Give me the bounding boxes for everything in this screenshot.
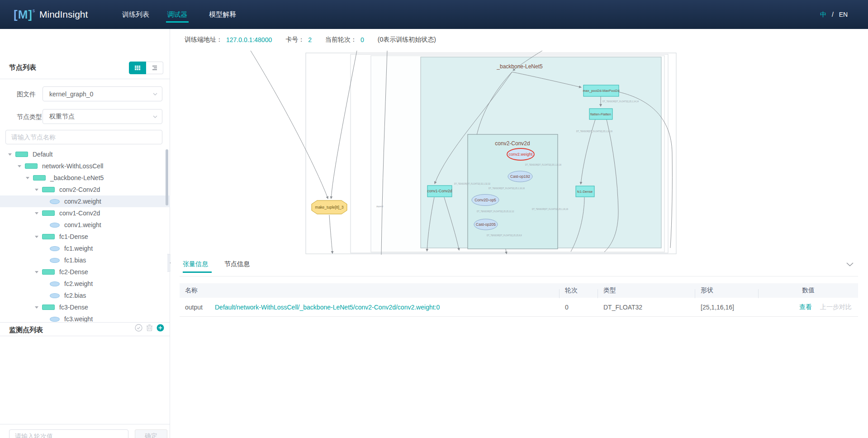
- grid-icon: [134, 64, 141, 71]
- lang-en[interactable]: EN: [839, 11, 848, 18]
- tree-node-conv2[interactable]: conv2-Conv2d: [0, 184, 170, 195]
- parameter-icon: [50, 199, 60, 204]
- epoch-value: 0: [360, 36, 364, 43]
- confirm-button[interactable]: 确定: [135, 429, 167, 438]
- epoch-label: 当前轮次：: [325, 36, 357, 44]
- grid-view-button[interactable]: [129, 62, 146, 74]
- tree-node-withlosscell[interactable]: network-WithLossCell: [0, 160, 170, 172]
- node-cast-op192-label: Cast-op192: [510, 174, 530, 179]
- node-search-input[interactable]: [5, 130, 162, 144]
- expand-arrow-icon[interactable]: [8, 153, 12, 156]
- tensor-shape: [25,1,16,16]: [695, 304, 759, 311]
- epoch-note: (0表示训练初始状态): [378, 36, 436, 44]
- nav-item-model-explain[interactable]: 模型解释: [208, 0, 237, 29]
- parameter-icon: [50, 293, 60, 298]
- tensor-table-header: 名称 轮次 类型 形状 数值: [180, 283, 858, 298]
- node-type-value: 权重节点: [49, 113, 75, 121]
- namescope-icon: [42, 210, 55, 216]
- watchpoint-list-title: 监测点列表: [9, 326, 43, 334]
- check-circle-icon: [135, 324, 142, 332]
- sidebar: 节点列表 图文件 kernel_graph_0: [0, 29, 170, 438]
- node-conv1-label: conv1-Conv2d: [427, 189, 452, 193]
- namescope-icon: [42, 305, 55, 310]
- nav-item-debugger[interactable]: 调试器: [166, 0, 189, 29]
- tree-node-fc2-bias[interactable]: fc2.bias: [0, 290, 170, 301]
- tree-node-backbone[interactable]: _backbone-LeNet5: [0, 172, 170, 184]
- expand-arrow-icon[interactable]: [26, 177, 29, 179]
- tensor-dtype: DT_FLOAT32: [598, 304, 695, 311]
- tree-node-default[interactable]: Default: [0, 148, 170, 160]
- view-tensor-button[interactable]: 查看: [799, 303, 812, 310]
- edge-label: DT_TENSOR[DT_FLOAT32],25,1,14,14: [602, 100, 639, 103]
- graph-file-label: 图文件: [17, 90, 36, 99]
- edge-label: DT_TENSOR[DT_FLOAT32],25,1,16,16: [532, 208, 568, 210]
- edge-label: DT_TENSOR[DT_FLOAT32],25,25,12,12: [477, 210, 514, 213]
- tensor-table-row: output Default/network-WithLossCell/_bac…: [180, 298, 858, 317]
- language-switch[interactable]: 中 / EN: [820, 0, 848, 29]
- edge-label: depend: [376, 205, 384, 208]
- computation-graph-canvas[interactable]: _backbone-LeNet5 co: [183, 51, 858, 256]
- trash-icon: [146, 324, 153, 332]
- tab-node-info[interactable]: 节点信息: [224, 260, 250, 268]
- lang-separator: /: [832, 11, 834, 18]
- tree-node-conv1-weight[interactable]: conv1.weight: [0, 219, 170, 231]
- namescope-icon: [15, 152, 28, 157]
- node-flatten-label: flatten-Flatten: [590, 112, 611, 116]
- tree-node-fc2[interactable]: fc2-Dense: [0, 266, 170, 278]
- address-value: 127.0.0.1:48000: [226, 36, 272, 43]
- namescope-icon: [42, 234, 55, 239]
- tree-scrollbar[interactable]: [166, 149, 168, 205]
- tree-node-fc1-weight[interactable]: fc1.weight: [0, 243, 170, 254]
- watchpoint-divider-bottom: [0, 336, 170, 336]
- expand-arrow-icon[interactable]: [18, 165, 21, 167]
- tree-node-fc1-bias[interactable]: fc1.bias: [0, 254, 170, 266]
- graph-file-select[interactable]: kernel_graph_0: [43, 86, 162, 101]
- panel-collapse-chevron-icon[interactable]: [846, 262, 854, 267]
- tab-active-underline: [183, 271, 212, 273]
- app-logo: [M]s MindInsight: [14, 0, 88, 29]
- tensor-name: output: [180, 304, 215, 311]
- card-label: 卡号：: [285, 36, 304, 44]
- tree-node-fc1[interactable]: fc1-Dense: [0, 231, 170, 243]
- node-type-label: 节点类型: [17, 113, 42, 121]
- watchpoint-divider-top: [0, 322, 170, 323]
- parameter-icon: [50, 317, 60, 322]
- node-conv2d-op-label: Conv2D-op5: [474, 198, 496, 202]
- training-info-bar: 训练端地址： 127.0.0.1:48000 卡号： 2 当前轮次： 0 (0表…: [185, 29, 436, 51]
- epoch-value-input[interactable]: [9, 429, 128, 438]
- node-cast-op205-label: Cast-op205: [476, 222, 496, 227]
- logo-superscript: s: [33, 8, 35, 13]
- node-fc1-label: fc1-Dense: [577, 190, 593, 194]
- expand-arrow-icon[interactable]: [35, 212, 38, 214]
- node-type-select[interactable]: 权重节点: [43, 109, 162, 124]
- list-view-button[interactable]: [146, 62, 163, 74]
- tree-node-fc3-weight[interactable]: fc3.weight: [0, 313, 170, 322]
- conv2-group-label: conv2-Conv2d: [495, 140, 530, 147]
- lang-zh[interactable]: 中: [820, 11, 826, 18]
- tab-tensor-info[interactable]: 张量信息: [183, 260, 208, 268]
- list-icon: [151, 64, 158, 71]
- node-tree: Default network-WithLossCell _backbone-L…: [0, 148, 170, 322]
- delete-watchpoint-button[interactable]: [146, 324, 153, 332]
- logo-mark: [M]: [14, 8, 33, 22]
- nav-active-underline: [166, 21, 189, 23]
- expand-arrow-icon[interactable]: [35, 306, 38, 309]
- tree-node-conv1[interactable]: conv1-Conv2d: [0, 207, 170, 219]
- tree-node-fc2-weight[interactable]: fc2.weight: [0, 278, 170, 290]
- col-header-shape: 形状: [695, 286, 759, 295]
- add-watchpoint-button[interactable]: [157, 324, 164, 332]
- view-toggle-group: [129, 62, 163, 74]
- tree-node-fc3[interactable]: fc3-Dense: [0, 301, 170, 313]
- expand-arrow-icon[interactable]: [35, 271, 38, 273]
- expand-arrow-icon[interactable]: [35, 189, 38, 191]
- tree-node-conv2-weight[interactable]: conv2.weight: [0, 195, 170, 207]
- expand-arrow-icon[interactable]: [35, 236, 38, 238]
- namescope-icon: [25, 163, 38, 169]
- namescope-icon: [42, 187, 55, 192]
- tensor-path-link[interactable]: Default/network-WithLossCell/_backbone-L…: [215, 304, 560, 311]
- validate-watchpoint-button[interactable]: [135, 324, 142, 332]
- nav-item-train-list[interactable]: 训练列表: [121, 0, 151, 29]
- node-make-tuple-label: make_tuple[8]_3: [315, 205, 344, 209]
- parameter-icon: [50, 258, 60, 263]
- chevron-down-icon: [153, 115, 157, 118]
